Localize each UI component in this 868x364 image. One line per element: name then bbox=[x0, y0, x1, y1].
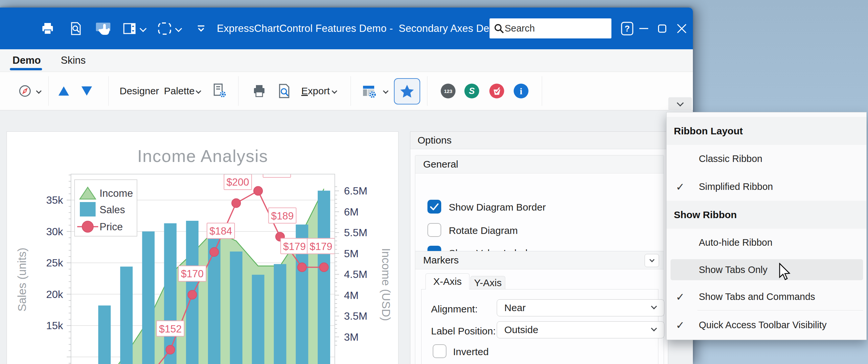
tab-y-axis[interactable]: Y-Axis bbox=[470, 276, 505, 290]
svg-text:3.5M: 3.5M bbox=[344, 310, 367, 322]
svg-text:30k: 30k bbox=[46, 226, 63, 238]
checkmark-icon: ✓ bbox=[676, 181, 685, 193]
menu-item-show-tabs-only[interactable]: Show Tabs Only bbox=[666, 256, 866, 284]
ribbon-display-options-button[interactable] bbox=[668, 97, 692, 111]
print-button[interactable] bbox=[252, 72, 267, 110]
badge-basket-button[interactable] bbox=[490, 84, 504, 98]
checkmark-icon: ✓ bbox=[676, 319, 685, 332]
left-axis: 35k30k25k20k15kSales (units) bbox=[16, 175, 71, 363]
markers-collapse-button[interactable] bbox=[645, 254, 659, 267]
svg-text:$200: $200 bbox=[226, 176, 249, 188]
selection-rect-icon bbox=[157, 21, 172, 36]
menu-item-label: Auto-hide Ribbon bbox=[699, 237, 772, 248]
options-panel-title: Options bbox=[410, 132, 668, 149]
print-preview-icon bbox=[68, 21, 83, 36]
axis-tab-content: Alignment: Near Label Position: Outside … bbox=[421, 289, 658, 364]
legend-price-marker bbox=[82, 221, 93, 232]
document-tab-row: Demo Skins bbox=[0, 49, 693, 72]
customize-qat-button[interactable] bbox=[195, 22, 207, 35]
palette-button[interactable]: Palette bbox=[164, 72, 194, 110]
scroll-pane-icon bbox=[122, 21, 137, 36]
export-button[interactable]: Export bbox=[301, 72, 330, 110]
search-box[interactable] bbox=[490, 19, 612, 38]
menu-item-show-tabs-and-commands[interactable]: ✓ Show Tabs and Commands bbox=[666, 283, 866, 311]
close-button[interactable] bbox=[676, 22, 688, 35]
compass-icon bbox=[18, 84, 32, 98]
qat-more-icon bbox=[195, 22, 207, 35]
income-analysis-chart: Income Analysis$152$170$184$200$204$189$… bbox=[7, 132, 398, 364]
chart-settings-button[interactable] bbox=[362, 72, 377, 110]
menu-item-autohide-ribbon[interactable]: Auto-hide Ribbon bbox=[666, 229, 866, 256]
label-position-dropdown[interactable]: Outside bbox=[497, 321, 664, 338]
content-area: Income Analysis$152$170$184$200$204$189$… bbox=[0, 111, 693, 364]
label-position-label: Label Position: bbox=[431, 326, 496, 337]
svg-text:Price: Price bbox=[99, 221, 123, 233]
svg-text:35k: 35k bbox=[46, 194, 63, 206]
print-preview-button[interactable] bbox=[68, 21, 83, 36]
chart-title: Income Analysis bbox=[137, 147, 268, 165]
rotate-chart-button[interactable] bbox=[18, 72, 32, 110]
selection-mode-dropdown[interactable] bbox=[176, 26, 181, 31]
tab-skins[interactable]: Skins bbox=[61, 49, 86, 71]
print-preview-button[interactable] bbox=[277, 72, 291, 110]
ribbon-separator bbox=[238, 76, 239, 106]
tab-x-axis[interactable]: X-Axis bbox=[426, 273, 469, 290]
scroll-pane-button[interactable] bbox=[122, 21, 137, 36]
export-dropdown[interactable] bbox=[333, 72, 336, 110]
label-position-value: Outside bbox=[504, 324, 538, 335]
alignment-dropdown[interactable]: Near bbox=[497, 299, 664, 316]
menu-item-qat-visibility[interactable]: ✓ Quick Access Toolbar Visibility bbox=[666, 311, 866, 339]
chart-settings-dropdown[interactable] bbox=[384, 72, 388, 110]
legend-sales-marker bbox=[80, 202, 96, 216]
mouse-cursor bbox=[778, 263, 792, 281]
move-down-button[interactable] bbox=[81, 72, 92, 110]
maximize-button[interactable] bbox=[658, 24, 666, 32]
close-icon bbox=[676, 22, 688, 35]
quick-print-button[interactable] bbox=[40, 21, 55, 36]
selection-mode-button[interactable] bbox=[157, 21, 172, 36]
favorite-toggle-button[interactable] bbox=[394, 78, 420, 104]
menu-separator bbox=[698, 310, 863, 310]
ribbon-separator bbox=[48, 76, 49, 106]
printer-icon bbox=[252, 84, 267, 98]
svg-text:4.5M: 4.5M bbox=[344, 268, 367, 280]
badge-info-button[interactable]: i bbox=[514, 84, 529, 98]
palette-settings-button[interactable] bbox=[212, 72, 227, 110]
scroll-pane-dropdown[interactable] bbox=[141, 26, 146, 31]
touch-mode-button[interactable] bbox=[95, 21, 112, 36]
app-window: ExpressChartControl Features Demo - Seco… bbox=[0, 7, 693, 364]
minimize-button[interactable] bbox=[639, 28, 648, 29]
title-bar: ExpressChartControl Features Demo - Seco… bbox=[0, 7, 693, 49]
show-diagram-border-checkbox[interactable] bbox=[427, 200, 441, 214]
svg-text:?: ? bbox=[625, 24, 630, 33]
move-up-button[interactable] bbox=[58, 72, 69, 110]
chart-legend: IncomeSalesPrice bbox=[74, 180, 137, 236]
touch-mode-icon bbox=[95, 21, 112, 36]
help-icon: ? bbox=[620, 21, 634, 36]
designer-button[interactable]: Designer bbox=[120, 72, 159, 110]
rotate-diagram-label: Rotate Diagram bbox=[449, 225, 518, 236]
badge-skins-button[interactable]: S bbox=[465, 84, 479, 98]
inverted-label: Inverted bbox=[453, 346, 489, 358]
badge-123-button[interactable]: 123 bbox=[441, 84, 456, 98]
chart-panel: Income Analysis$152$170$184$200$204$189$… bbox=[7, 131, 399, 364]
search-input[interactable] bbox=[505, 23, 600, 34]
help-button[interactable]: ? bbox=[620, 21, 634, 36]
general-group: General Show Diagram Border Rotate Diagr… bbox=[415, 155, 664, 256]
rotate-chart-dropdown[interactable] bbox=[37, 72, 41, 110]
alignment-value: Near bbox=[504, 302, 526, 313]
inverted-checkbox[interactable] bbox=[433, 344, 446, 358]
down-triangle-icon bbox=[81, 86, 92, 96]
menu-item-classic-ribbon[interactable]: Classic Ribbon bbox=[666, 145, 866, 173]
svg-text:4M: 4M bbox=[344, 290, 359, 301]
svg-text:Sales: Sales bbox=[99, 204, 125, 215]
palette-dropdown[interactable] bbox=[196, 72, 200, 110]
search-icon bbox=[493, 23, 505, 34]
svg-text:5.5M: 5.5M bbox=[344, 227, 367, 239]
menu-item-simplified-ribbon[interactable]: ✓ Simplified Ribbon bbox=[666, 173, 866, 201]
ribbon-display-options-menu: Ribbon Layout Classic Ribbon ✓ Simplifie… bbox=[666, 112, 867, 340]
svg-text:3M: 3M bbox=[344, 331, 359, 343]
menu-item-label: Show Tabs Only bbox=[699, 265, 768, 275]
ribbon-separator bbox=[350, 76, 351, 106]
rotate-diagram-checkbox[interactable] bbox=[427, 223, 441, 237]
